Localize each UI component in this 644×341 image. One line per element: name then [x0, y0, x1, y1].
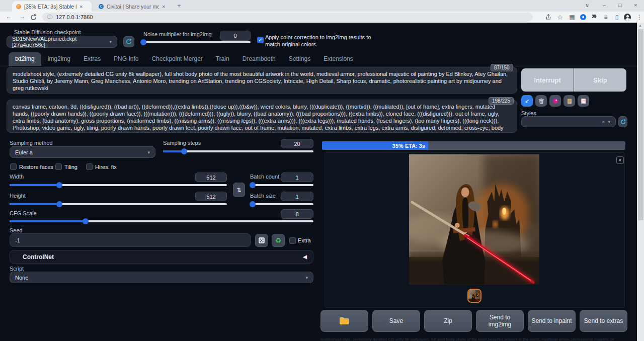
tab-train[interactable]: Train — [209, 52, 236, 66]
script-dropdown[interactable]: None ▾ — [10, 272, 313, 283]
browser-tab-sd[interactable]: [35% ETA: 3s] Stable Diffusion × — [12, 1, 92, 12]
window-maximize-icon[interactable]: □ — [618, 2, 622, 8]
arrow-down-left-icon: ↙ — [525, 98, 529, 104]
color-correction-checkbox[interactable]: ✓ — [257, 37, 264, 43]
random-seed-button[interactable] — [255, 234, 268, 247]
batch-count-value[interactable]: 1 — [281, 173, 313, 182]
height-value[interactable]: 512 — [195, 192, 227, 201]
tab-close-icon[interactable]: × — [79, 4, 83, 10]
tab-close-icon[interactable]: × — [162, 4, 165, 10]
site-info-icon[interactable]: ⓘ — [47, 14, 52, 21]
refresh-icon — [620, 119, 626, 125]
trash-icon — [538, 98, 544, 104]
tab-img2img[interactable]: img2img — [41, 52, 77, 66]
cfg-scale-slider[interactable] — [10, 220, 313, 222]
generation-progress-bar: 35% ETA: 3s — [322, 141, 625, 150]
scrollbar-thumb[interactable] — [638, 29, 643, 220]
reading-list-icon[interactable]: ≡ — [602, 14, 609, 21]
sampling-steps-value[interactable]: 20 — [281, 139, 313, 148]
noise-multiplier-value[interactable]: 0 — [220, 31, 251, 41]
clear-styles-icon[interactable]: × — [602, 119, 605, 125]
side-panel-icon[interactable]: ▯ — [613, 14, 620, 21]
batch-size-slider[interactable] — [250, 203, 313, 205]
extra-seed-label: Extra — [298, 237, 311, 243]
save-button[interactable]: Save — [372, 310, 420, 332]
noise-multiplier-slider[interactable] — [141, 41, 251, 43]
browser-menu-kebab-icon[interactable]: ⋮ — [636, 14, 643, 21]
bookmark-star-icon[interactable]: ☆ — [556, 14, 564, 21]
width-value[interactable]: 512 — [195, 173, 227, 182]
back-icon[interactable]: ← — [6, 13, 12, 20]
progress-fill: 35% ETA: 3s — [322, 141, 428, 150]
tab-extensions[interactable]: Extensions — [317, 52, 360, 66]
tab-extras[interactable]: Extras — [77, 52, 107, 66]
tab-settings[interactable]: Settings — [282, 52, 317, 66]
window-close-icon[interactable]: × — [634, 2, 637, 8]
sampling-steps-slider[interactable] — [163, 150, 313, 152]
forward-icon[interactable]: → — [19, 13, 25, 20]
batch-count-slider[interactable] — [250, 184, 313, 186]
restore-faces-checkbox[interactable] — [10, 163, 17, 170]
tab-txt2img[interactable]: txt2img — [9, 52, 41, 66]
blue-circle-extension-icon[interactable] — [580, 14, 587, 21]
extra-seed-checkbox[interactable] — [289, 237, 296, 244]
stable-diffusion-favicon — [16, 4, 21, 9]
browser-tab-civitai[interactable]: C Civitai | Share your models × — [95, 1, 170, 12]
window-minimize-icon[interactable]: – — [603, 2, 606, 8]
skip-button[interactable]: Skip — [574, 68, 626, 92]
send-to-img2img-button[interactable]: Send to img2img — [476, 310, 524, 332]
extra-networks-button[interactable] — [549, 95, 561, 107]
send-to-inpaint-button[interactable]: Send to inpaint — [528, 310, 576, 332]
tab-dreambooth[interactable]: Dreambooth — [236, 52, 282, 66]
height-slider[interactable] — [10, 203, 227, 205]
apply-styles-button[interactable] — [564, 95, 575, 107]
send-to-extras-button[interactable]: Send to extras — [580, 310, 627, 332]
progress-text: 35% ETA: 3s — [392, 143, 425, 149]
width-slider[interactable] — [10, 184, 227, 186]
paste-generation-params-button[interactable]: ↙ — [521, 95, 533, 107]
styles-refresh-button[interactable] — [618, 116, 627, 127]
generation-info-text: modelshoot style, (extremely detailed CG… — [320, 337, 625, 341]
reload-icon[interactable] — [30, 14, 37, 21]
new-tab-button[interactable]: + — [177, 2, 181, 10]
tab-checkpoint-merger[interactable]: Checkpoint Merger — [145, 52, 209, 66]
window-chevron-icon[interactable]: ∨ — [585, 2, 589, 9]
sampling-method-dropdown[interactable]: Euler a ▾ — [10, 146, 155, 158]
scrollbar-up-arrow[interactable]: ▲ — [638, 24, 642, 27]
extension-grid-icon[interactable]: ▦ — [569, 14, 576, 21]
styles-dropdown[interactable]: × ▾ — [521, 116, 616, 127]
clear-prompt-button[interactable] — [535, 95, 547, 107]
swap-width-height-button[interactable]: ⇅ — [233, 183, 245, 197]
stable-diffusion-webui: Stable Diffusion checkpoint SD15NewVAEpr… — [0, 23, 644, 341]
script-label: Script — [10, 266, 24, 272]
open-folder-button[interactable] — [320, 310, 368, 332]
prompt-textarea[interactable]: modelshoot style, (extremely detailed CG… — [7, 67, 517, 94]
page-scrollbar[interactable]: ▲ — [637, 23, 644, 341]
reuse-seed-button[interactable]: ♻ — [272, 234, 285, 247]
close-gallery-icon[interactable]: × — [616, 156, 624, 164]
profile-avatar[interactable] — [624, 14, 631, 21]
output-gallery: × — [325, 152, 625, 308]
controlnet-accordion[interactable]: ControlNet ◀ — [10, 250, 313, 264]
address-bar[interactable]: ⓘ 127.0.0.1:7860 — [42, 13, 533, 22]
batch-size-value[interactable]: 1 — [281, 192, 313, 201]
extensions-puzzle-icon[interactable] — [591, 14, 598, 21]
checkpoint-dropdown[interactable]: SD15NewVAEpruned.ckpt [27a4ac756c] ▾ — [7, 36, 117, 48]
seed-label: Seed — [10, 227, 23, 233]
tiling-checkbox[interactable] — [55, 163, 62, 170]
gallery-thumbnail[interactable] — [467, 289, 481, 303]
negative-prompt-textarea[interactable]: canvas frame, cartoon, 3d, ((disfigured)… — [7, 100, 517, 133]
cfg-scale-value[interactable]: 8 — [281, 209, 313, 219]
share-icon[interactable] — [545, 14, 552, 21]
seed-input[interactable]: -1 — [10, 233, 251, 247]
chevron-down-icon: ▾ — [147, 150, 150, 155]
swap-arrows-icon: ⇅ — [236, 187, 242, 194]
interrupt-button[interactable]: Interrupt — [521, 68, 574, 92]
hires-fix-checkbox[interactable] — [86, 163, 93, 170]
tab-png-info[interactable]: PNG Info — [107, 52, 145, 66]
checkpoint-refresh-button[interactable] — [123, 36, 134, 47]
zip-button[interactable]: Zip — [424, 310, 472, 332]
generated-image[interactable] — [409, 154, 539, 285]
save-style-button[interactable] — [578, 95, 589, 107]
height-label: Height — [10, 193, 26, 199]
